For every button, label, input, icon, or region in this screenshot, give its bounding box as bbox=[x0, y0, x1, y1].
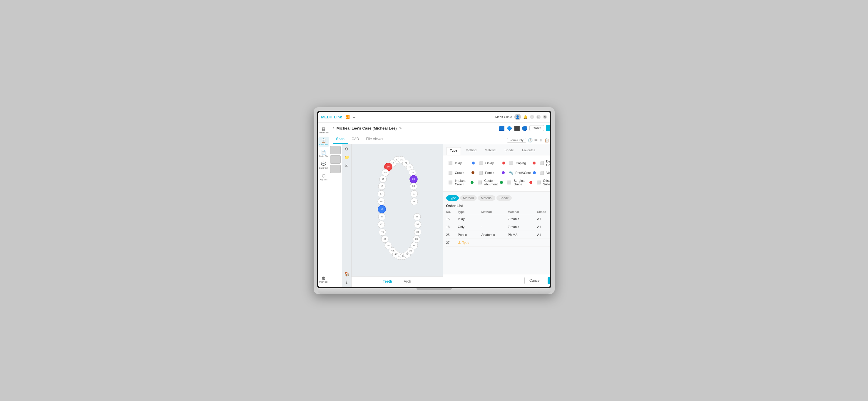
type-implant-crown[interactable]: ⬜ Implant Crown bbox=[446, 178, 475, 187]
scan-action-icon[interactable]: ⚄ bbox=[345, 163, 348, 168]
type-onlay[interactable]: ⬜ Onlay bbox=[476, 158, 507, 168]
folder-icon[interactable]: 📁 bbox=[344, 155, 349, 160]
settings-icon[interactable]: ⚙ bbox=[345, 146, 349, 151]
surgical-guide-label: Surgical Guide bbox=[514, 179, 528, 186]
type-post-core[interactable]: 🔩 Post&Core bbox=[506, 169, 537, 176]
edit-icon[interactable]: ✎ bbox=[399, 126, 402, 130]
form-only-button[interactable]: Form Only bbox=[507, 138, 526, 143]
sidebar-item-appbox[interactable]: ⬡ App Box bbox=[318, 172, 329, 182]
type-tab-material[interactable]: Material bbox=[481, 147, 500, 155]
tab-file-viewer[interactable]: File Viewer bbox=[363, 135, 387, 144]
type-tab-favorites[interactable]: Favorites bbox=[519, 147, 539, 155]
row-15-shade: A1 bbox=[537, 217, 550, 221]
clock-icon[interactable]: 🕐 bbox=[528, 138, 533, 142]
type-offset-substructure[interactable]: ⬜ Offset Substructure bbox=[534, 178, 550, 187]
cancel-button[interactable]: Cancel bbox=[524, 277, 545, 285]
top-nav-actions: 🟦 🔷 ⬛ 🔵 Order Scan ⋮ bbox=[499, 125, 550, 131]
header-method: Method bbox=[482, 210, 508, 213]
veneer-icon: ⬜ bbox=[539, 170, 545, 175]
type-denture-coping[interactable]: ⬜ Denture Coping bbox=[537, 158, 550, 168]
download-icon[interactable]: ⬇ bbox=[539, 138, 542, 142]
tooth-46[interactable] bbox=[379, 229, 386, 236]
left-action-icons: ⚙ 📁 ⚄ 🏠 ℹ bbox=[342, 144, 351, 287]
tool-icon-1[interactable]: 🟦 bbox=[499, 126, 505, 131]
order-tab-shade[interactable]: Shade bbox=[496, 195, 512, 201]
bottom-actions: Cancel Save bbox=[443, 274, 550, 287]
clipboard-icon[interactable]: 📋 bbox=[545, 138, 549, 142]
order-tab-method[interactable]: Method bbox=[460, 195, 477, 201]
tooth-28[interactable] bbox=[411, 198, 418, 205]
sidebar-item-orderbio[interactable]: 📄 Order Bio bbox=[318, 148, 329, 159]
tooth-45[interactable] bbox=[381, 236, 388, 243]
type-custom-abutment[interactable]: ⬜ Custom abutment bbox=[475, 178, 505, 187]
type-veneer[interactable]: ⬜ Veneer bbox=[537, 169, 550, 176]
tool-icon-4[interactable]: 🔵 bbox=[522, 126, 528, 131]
type-pontic[interactable]: ⬜ Pontic bbox=[476, 169, 506, 176]
close-button[interactable]: ✕ bbox=[543, 115, 547, 119]
tooth-16[interactable] bbox=[378, 183, 385, 190]
type-crown[interactable]: ⬜ Crown bbox=[446, 169, 476, 176]
sidebar-item-casebio[interactable]: 📋 Case Bio bbox=[318, 137, 329, 147]
tab-arch[interactable]: Arch bbox=[402, 278, 413, 285]
type-inlay[interactable]: ⬜ Inlay bbox=[446, 158, 477, 168]
tooth-17[interactable] bbox=[378, 190, 385, 197]
order-button[interactable]: Order bbox=[529, 125, 544, 131]
sidebar-item-dashboard[interactable]: ▦ Dashboard bbox=[318, 125, 329, 135]
tab-cad[interactable]: CAD bbox=[348, 135, 363, 144]
thumbnail-2[interactable] bbox=[330, 156, 341, 164]
minimize-button[interactable]: − bbox=[530, 115, 534, 119]
type-coping[interactable]: ⬜ Coping bbox=[507, 158, 537, 168]
tooth-37[interactable] bbox=[414, 221, 421, 228]
header-type: Type bbox=[458, 210, 482, 213]
trashbox-icon: 🗑 bbox=[321, 275, 326, 280]
scan-button[interactable]: Scan bbox=[546, 125, 550, 131]
tooth-36[interactable] bbox=[414, 229, 421, 236]
tooth-24[interactable] bbox=[409, 169, 416, 176]
tooth-48[interactable] bbox=[378, 213, 385, 220]
thumbnail-1[interactable] bbox=[330, 146, 341, 154]
custom-abutment-icon: ⬜ bbox=[477, 180, 482, 185]
tooth-18-active[interactable] bbox=[378, 205, 386, 213]
maximize-button[interactable]: □ bbox=[536, 115, 540, 119]
email-icon[interactable]: ✉ bbox=[534, 138, 537, 142]
back-button[interactable]: ‹ bbox=[333, 126, 334, 131]
type-row-1: ⬜ Inlay ⬜ Onlay bbox=[446, 158, 550, 168]
type-row-3: ⬜ Implant Crown ⬜ Custom abutment bbox=[446, 178, 550, 187]
order-tab-material[interactable]: Material bbox=[478, 195, 495, 201]
tab-teeth[interactable]: Teeth bbox=[381, 278, 395, 285]
type-row-2: ⬜ Crown ⬜ Pontic bbox=[446, 169, 550, 176]
tooth-38[interactable] bbox=[413, 213, 421, 220]
tab-scan[interactable]: Scan bbox=[333, 135, 348, 144]
implant-crown-dot bbox=[471, 181, 473, 184]
denture-coping-icon: ⬜ bbox=[539, 160, 545, 166]
sidebar-item-trashbox[interactable]: 🗑 Trash Box bbox=[318, 274, 329, 285]
tooth-34[interactable] bbox=[411, 242, 418, 249]
tooth-26[interactable] bbox=[410, 183, 417, 190]
tooth-18[interactable] bbox=[378, 198, 385, 205]
post-core-dot bbox=[533, 171, 536, 174]
tooth-35[interactable] bbox=[413, 236, 420, 243]
type-surgical-guide[interactable]: ⬜ Surgical Guide bbox=[505, 178, 534, 187]
tooth-47[interactable] bbox=[378, 221, 385, 228]
tooth-27[interactable] bbox=[411, 190, 418, 197]
home-icon[interactable]: 🏠 bbox=[344, 272, 349, 276]
tooth-25[interactable] bbox=[410, 175, 417, 183]
sidebar-label-dashboard: Dashboard bbox=[318, 132, 328, 134]
type-tab-shade[interactable]: Shade bbox=[501, 147, 517, 155]
implant-crown-icon: ⬜ bbox=[448, 180, 453, 185]
bottom-tabs: Teeth Arch bbox=[351, 276, 443, 287]
type-tab-method[interactable]: Method bbox=[462, 147, 480, 155]
tool-icon-3[interactable]: ⬛ bbox=[514, 126, 520, 131]
type-tab-type[interactable]: Type bbox=[446, 147, 461, 155]
surgical-guide-dot bbox=[529, 181, 532, 184]
tool-icon-2[interactable]: 🔷 bbox=[506, 126, 512, 131]
order-tab-type[interactable]: Type bbox=[446, 195, 459, 201]
sidebar-item-casetalk[interactable]: 💬 Case Talk bbox=[318, 160, 329, 171]
info-icon[interactable]: ℹ bbox=[346, 280, 347, 285]
tooth-15[interactable] bbox=[379, 176, 386, 183]
row-25-type: Pontic bbox=[458, 233, 482, 236]
row-25-no: 25 bbox=[446, 233, 458, 236]
thumbnail-3[interactable] bbox=[330, 165, 341, 173]
tooth-14[interactable] bbox=[382, 169, 389, 176]
save-button[interactable]: Save bbox=[548, 277, 550, 284]
